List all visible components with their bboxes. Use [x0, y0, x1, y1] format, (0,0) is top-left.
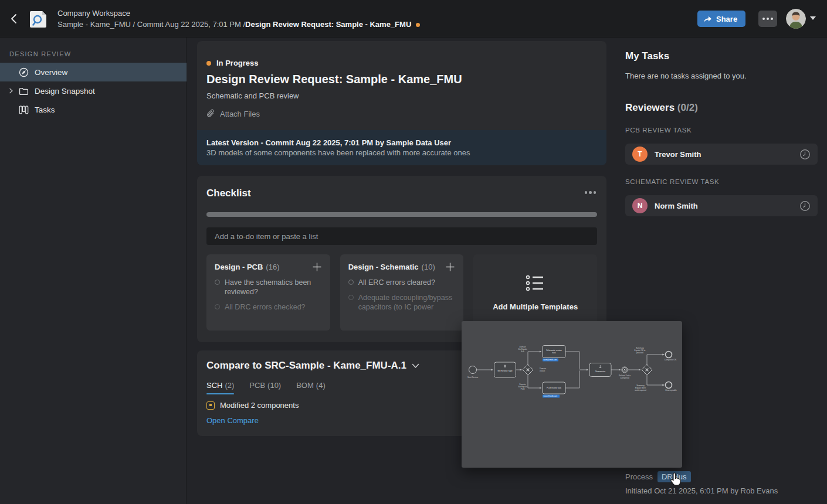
latest-version-banner: Latest Version - Commit Aug 22 2025, 7:0…	[197, 130, 606, 165]
summarize-label: Summarize	[595, 370, 605, 373]
workspace-name[interactable]: Company Workspace	[57, 8, 420, 19]
app-root: Company Workspace Sample - Kame_FMU / Co…	[0, 0, 827, 504]
template-count: (16)	[266, 263, 279, 271]
todo-input[interactable]	[206, 227, 597, 245]
my-tasks-title: My Tasks	[625, 50, 669, 62]
sidebar-item-label: Design Snapshot	[35, 87, 95, 96]
sidebar-item-design-snapshot[interactable]: Design Snapshot	[0, 81, 187, 100]
kanban-board-icon	[19, 105, 29, 115]
summary-more-label: SummaryEquals Morework required	[635, 384, 646, 391]
checkbox-circle-icon	[348, 295, 354, 300]
process-name-link[interactable]: DRplus	[657, 471, 691, 482]
review-subtitle: Schematic and PCB review	[206, 91, 299, 100]
template-tile-design-pcb[interactable]: Design - PCB (16) Have the schematics be…	[206, 254, 330, 331]
checkbox-circle-icon	[215, 304, 220, 309]
review-summary-card: In Progress Design Review Request: Sampl…	[197, 41, 606, 165]
ellipsis-icon	[762, 18, 765, 20]
my-tasks-empty-text: There are no tasks assigned to you.	[625, 71, 747, 80]
sidebar-item-label: Overview	[35, 68, 67, 77]
top-bar: Company Workspace Sample - Kame_FMU / Co…	[0, 0, 827, 38]
initiated-text: Initiated Oct 21 2025, 6:01 PM by Rob Ev…	[625, 486, 778, 495]
left-sidebar: DESIGN REVIEW Overview Design Snapshot	[0, 38, 187, 504]
process-diagram-tooltip: Start Review Set Review Type Domainchoic…	[462, 321, 682, 468]
plus-icon	[312, 262, 322, 272]
review-title: Design Review Request: Sample - Kame_FMU	[206, 73, 462, 86]
banner-title: Latest Version - Commit Aug 22 2025, 7:0…	[206, 138, 597, 148]
tab-pcb[interactable]: PCB(10)	[249, 381, 281, 394]
summary-ok-label: SummaryEquals OK toproceed	[635, 347, 646, 354]
status-label: In Progress	[216, 59, 259, 67]
checklist-template-item: Have the schematics been reviewed?	[215, 278, 322, 297]
attach-files-button[interactable]: Attach Files	[206, 109, 260, 118]
back-button[interactable]	[8, 12, 21, 25]
template-tiles: Design - PCB (16) Have the schematics be…	[206, 254, 597, 331]
compass-icon	[19, 67, 29, 77]
share-icon	[703, 15, 712, 23]
sidebar-section-label: DESIGN REVIEW	[9, 50, 72, 57]
back-chevron-icon	[8, 12, 21, 25]
compare-title: Compare to SRC-Sample - Kame_FMU-A.1	[206, 360, 406, 372]
fade-overlay	[340, 315, 464, 331]
review-group-label: PCB REVIEW TASK	[625, 127, 692, 134]
checklist-card: Checklist Design - PCB (16)	[197, 176, 606, 342]
attach-files-label: Attach Files	[220, 110, 260, 118]
status-dot	[206, 61, 211, 66]
tab-sch[interactable]: SCH(2)	[206, 381, 234, 394]
template-name: Design - Schematic	[348, 263, 419, 271]
folder-icon	[19, 86, 29, 96]
process-row: Process DRplus	[625, 471, 691, 482]
checklist-template-item: All ERC errors cleared?	[348, 278, 456, 287]
template-name: Design - PCB	[215, 263, 263, 271]
design-review-app-icon	[28, 8, 49, 29]
pending-clock-icon	[799, 200, 811, 212]
ellipsis-icon	[585, 191, 588, 194]
pending-clock-icon	[799, 149, 811, 160]
template-list-icon	[526, 274, 545, 292]
schematic-assignee-label: norm@smith.com	[544, 359, 557, 361]
share-label: Share	[716, 15, 737, 23]
related-tasks-label: Related TasksCompleted	[619, 374, 631, 379]
checklist-template-item: All DRC errors checked?	[215, 302, 322, 312]
sidebar-item-overview[interactable]: Overview	[0, 63, 187, 81]
summarize-node	[589, 363, 611, 377]
chevron-down-icon	[412, 363, 419, 369]
compare-tabs: SCH(2) PCB(10) BOM(4)	[206, 381, 326, 394]
more-options-button[interactable]	[758, 11, 777, 27]
start-event-node	[469, 366, 477, 374]
avatar-dropdown-caret[interactable]	[810, 16, 816, 20]
sidebar-item-tasks[interactable]: Tasks	[0, 100, 187, 119]
reviewer-name: Norm Smith	[655, 202, 698, 210]
reviewer-row-trevor-smith[interactable]: T Trevor Smith	[625, 144, 818, 165]
domain-choice-gateway	[523, 365, 533, 375]
checklist-title: Checklist	[206, 188, 251, 199]
add-template-button[interactable]	[312, 262, 322, 272]
expand-chevron-icon[interactable]	[8, 88, 15, 94]
template-tile-design-schematic[interactable]: Design - Schematic (10) All ERC errors c…	[340, 254, 464, 331]
pcb-assignee-label: trevor@smith.com	[544, 395, 558, 397]
paperclip-icon	[206, 109, 215, 118]
compare-title-dropdown[interactable]: Compare to SRC-Sample - Kame_FMU-A.1	[206, 360, 419, 372]
tab-bom[interactable]: BOM(4)	[296, 381, 326, 394]
breadcrumb-path[interactable]: Sample - Kame_FMU / Commit Aug 22 2025, …	[57, 19, 245, 30]
branch-schematic-label: DomainVar EqualsSch	[518, 346, 527, 353]
modified-diff-icon	[206, 401, 215, 410]
plus-icon	[445, 262, 455, 272]
add-multiple-templates-tile[interactable]: Add Multiple Templates	[473, 254, 597, 331]
reviewers-title: Reviewers (0/2)	[625, 102, 698, 114]
banner-description: 3D models of some components have been r…	[206, 148, 597, 158]
modified-summary-row: Modified 2 components	[206, 401, 299, 410]
set-review-type-label: Set Review Type	[497, 370, 512, 372]
add-template-button[interactable]	[445, 262, 455, 272]
breadcrumb: Company Workspace Sample - Kame_FMU / Co…	[57, 8, 420, 30]
sidebar-item-label: Tasks	[35, 105, 55, 114]
checklist-menu-button[interactable]	[585, 191, 596, 194]
unacceptable-end-node	[666, 382, 672, 389]
open-compare-link[interactable]: Open Compare	[206, 416, 259, 425]
reviewer-avatar: T	[632, 147, 648, 162]
checklist-template-item: Adequate decoupling/bypass capacitors (t…	[348, 293, 456, 312]
share-button[interactable]: Share	[697, 11, 745, 27]
summary-gateway	[642, 365, 652, 375]
reviewer-row-norm-smith[interactable]: N Norm Smith	[625, 195, 818, 216]
status-row: In Progress	[206, 59, 259, 67]
user-avatar[interactable]	[786, 9, 806, 29]
